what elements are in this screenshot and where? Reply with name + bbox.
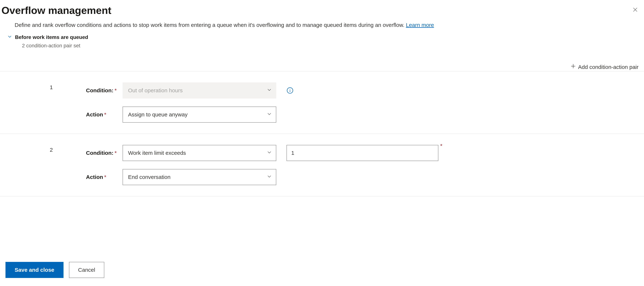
- required-asterisk: *: [114, 150, 117, 156]
- required-asterisk: *: [440, 142, 456, 150]
- condition-label: Condition:*: [53, 149, 122, 157]
- plus-icon: [570, 63, 576, 71]
- chevron-down-icon: [267, 173, 272, 181]
- footer-actions: Save and close Cancel: [6, 262, 104, 278]
- section-title: Before work items are queued: [15, 34, 88, 41]
- rule-row: 1 Condition:* Out of operation hours: [0, 71, 644, 134]
- action-select[interactable]: Assign to queue anyway: [122, 107, 276, 123]
- chevron-down-icon: [267, 87, 272, 94]
- action-select-value: Assign to queue anyway: [128, 111, 188, 118]
- required-asterisk: *: [114, 87, 117, 93]
- cancel-button[interactable]: Cancel: [69, 262, 104, 278]
- action-select[interactable]: End conversation: [122, 169, 276, 185]
- condition-label-text: Condition:: [86, 87, 114, 93]
- required-asterisk: *: [104, 174, 106, 180]
- condition-select-value: Out of operation hours: [128, 87, 183, 94]
- required-asterisk: *: [104, 111, 106, 117]
- condition-select-value: Work item limit exceeds: [128, 149, 186, 157]
- rule-row: 2 Condition:* Work item limit exceeds * …: [0, 134, 644, 197]
- rule-index: 2: [0, 145, 53, 154]
- add-condition-action-label: Add condition-action pair: [578, 63, 638, 71]
- add-condition-action-button[interactable]: Add condition-action pair: [570, 63, 638, 71]
- chevron-down-icon: [267, 111, 272, 118]
- learn-more-link[interactable]: Learn more: [406, 22, 434, 28]
- limit-value-input[interactable]: [286, 145, 438, 161]
- svg-point-6: [290, 89, 290, 89]
- page-description: Define and rank overflow conditions and …: [0, 21, 644, 32]
- condition-select[interactable]: Work item limit exceeds: [122, 145, 276, 161]
- condition-label-text: Condition:: [86, 150, 114, 156]
- page-title: Overflow management: [0, 0, 644, 21]
- action-label: Action*: [53, 173, 122, 181]
- rule-index: 1: [0, 82, 53, 91]
- action-label-text: Action: [86, 111, 103, 117]
- section-subtitle: 2 condition-action pair set: [0, 41, 644, 49]
- condition-select: Out of operation hours: [122, 82, 276, 98]
- action-label-text: Action: [86, 174, 103, 180]
- close-icon: [632, 7, 638, 13]
- section-header[interactable]: Before work items are queued: [0, 32, 644, 41]
- chevron-down-icon: [267, 149, 272, 157]
- action-select-value: End conversation: [128, 173, 170, 181]
- action-label: Action*: [53, 111, 122, 118]
- save-and-close-button[interactable]: Save and close: [6, 262, 64, 278]
- info-icon[interactable]: [286, 87, 441, 94]
- close-button[interactable]: [631, 5, 640, 14]
- condition-label: Condition:*: [53, 87, 122, 94]
- page-description-text: Define and rank overflow conditions and …: [15, 22, 406, 28]
- chevron-down-icon: [7, 34, 12, 41]
